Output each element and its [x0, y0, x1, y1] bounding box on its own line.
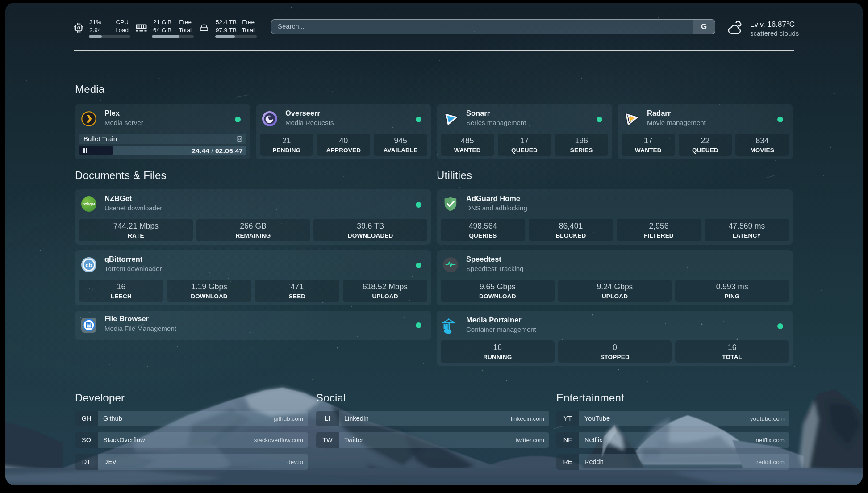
svg-text:qb: qb [85, 262, 92, 268]
svg-text:nzbget: nzbget [83, 202, 95, 206]
